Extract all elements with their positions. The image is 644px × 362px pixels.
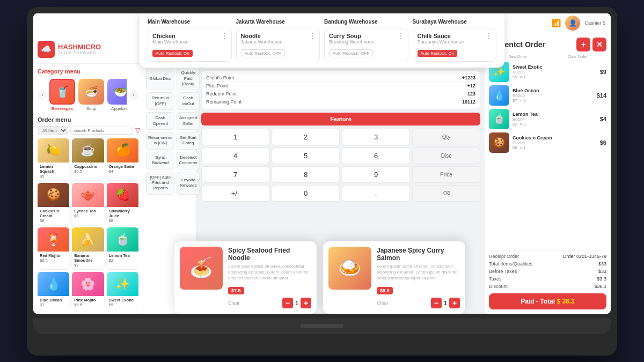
- clear-order-button[interactable]: ✕: [592, 38, 606, 51]
- feature-btn-sync[interactable]: Sync Backend: [146, 152, 174, 169]
- feature-btn-return[interactable]: Return is [OFF]: [146, 92, 174, 110]
- warehouse-surabaya: Surabaya Warehouse ⋮ Chilli Sauce Suraba…: [413, 19, 497, 62]
- feature-btn-cash-opened[interactable]: Cash Opened: [146, 112, 174, 130]
- product-card-banana[interactable]: 🍌 Banana Smoothie $7: [72, 227, 104, 269]
- category-label-appetizer: Appetizer: [111, 106, 127, 111]
- product-price-lemon-tea: $2: [109, 258, 136, 263]
- product-card-lemon-squash[interactable]: 🍋 Lemon Squash $5: [38, 138, 69, 180]
- order-item-detail-cookies: $6 × 1: [513, 145, 597, 150]
- order-item-cookies: 🍪 Cookies n Cream B0205 $6 × 1 $6: [489, 132, 606, 153]
- feature-btn-set-start[interactable]: Set Start Categ: [177, 132, 200, 150]
- food-clear-btn-curry[interactable]: Clear: [377, 300, 389, 306]
- category-label-beverages: Beverages: [52, 106, 73, 111]
- product-card-cookies[interactable]: 🍪 Cookies n Cream $6: [38, 183, 69, 225]
- product-card-strawberry[interactable]: 🍓 Strawberry Juice $8: [107, 183, 138, 225]
- order-items-list: ✨ Sweet Exotic B0201 $9 × 1 $9 💧 Bl: [489, 62, 606, 243]
- product-price-strawberry: $8: [109, 218, 136, 223]
- feature-btn-auto-print[interactable]: [OFF] Auto Print and Reports: [146, 172, 174, 195]
- feature-btn-recommend[interactable]: Recommend is [ON]: [146, 132, 174, 150]
- product-card-blue-ocean[interactable]: 💧 Blue Ocean $7: [38, 272, 69, 309]
- numpad-qty[interactable]: Qty: [412, 129, 480, 145]
- taxes-value: $3.3: [597, 276, 606, 282]
- numpad-9[interactable]: 9: [342, 166, 410, 183]
- warehouse-jakarta-more-icon[interactable]: ⋮: [309, 32, 316, 40]
- warehouse-jakarta-restock-btn[interactable]: Auto Restock: OFF: [241, 49, 285, 57]
- warehouse-surabaya-restock-btn[interactable]: Auto Restock: On: [418, 50, 458, 57]
- category-item-appetizer[interactable]: 🥗 Appetizer: [107, 79, 127, 111]
- numpad-disc[interactable]: Disc: [412, 147, 480, 164]
- product-img-orange-soda: 🍊: [107, 138, 138, 162]
- category-label-soup: Soup: [86, 106, 97, 111]
- numpad-price[interactable]: Price: [412, 166, 480, 183]
- paid-total-button[interactable]: Paid - Total $ 36.3: [489, 293, 606, 309]
- wifi-icon: 📶: [552, 19, 561, 27]
- product-price-lychee: $5: [74, 213, 101, 218]
- product-card-red-mojito[interactable]: 🍹 Red Mojito $6.5: [38, 227, 69, 269]
- numpad-plus-minus[interactable]: +/-: [201, 185, 269, 202]
- numpad-6[interactable]: 6: [342, 147, 410, 164]
- qty-minus-curry[interactable]: −: [431, 298, 442, 308]
- product-card-cappuccino[interactable]: ☕ Cappuccino $6.5: [72, 138, 104, 180]
- category-item-beverages[interactable]: 🥤 Beverages: [49, 79, 75, 111]
- order-item-code-lemon: B0204: [513, 117, 597, 122]
- numpad-7[interactable]: 7: [201, 166, 269, 183]
- warehouse-main-restock-btn[interactable]: Auto Restock: On: [152, 50, 193, 57]
- product-card-lemon-tea[interactable]: 🍵 Lemon Tea $2: [107, 227, 138, 269]
- numpad-dot[interactable]: .: [342, 185, 410, 202]
- numpad-1[interactable]: 1: [201, 129, 269, 145]
- product-name-lemon-tea: Lemon Tea: [109, 253, 136, 258]
- carousel-prev-arrow[interactable]: ‹: [38, 90, 47, 100]
- order-menu-filters: All Item ▽: [38, 126, 138, 135]
- carousel-next-arrow[interactable]: ›: [129, 90, 138, 100]
- product-img-lychee: 🫖: [72, 183, 104, 207]
- food-clear-btn-seafood[interactable]: Clear: [228, 300, 240, 306]
- warehouse-jakarta-card: ⋮ Noodle Jakarta Warehouse Auto Restock:…: [236, 28, 320, 62]
- product-img-red-mojito: 🍹: [38, 227, 69, 252]
- numpad-3[interactable]: 3: [342, 129, 410, 145]
- numpad-5[interactable]: 5: [272, 147, 340, 164]
- numpad-2[interactable]: 2: [272, 129, 340, 145]
- warehouse-main-more-icon[interactable]: ⋮: [221, 32, 228, 40]
- feature-btn-quickly-paid[interactable]: Quickly Paid [Bank]: [177, 67, 200, 90]
- logo-text-block: HASHMICRO THINK FORWARD: [58, 43, 101, 55]
- remaining-point-value: 10112: [462, 99, 475, 105]
- numpad-4[interactable]: 4: [201, 147, 269, 164]
- filter-icon[interactable]: ▽: [135, 127, 140, 134]
- new-order-button[interactable]: +: [576, 38, 590, 51]
- warehouse-bandung-more-icon[interactable]: ⋮: [397, 32, 405, 40]
- product-card-lychee[interactable]: 🫖 Lychee Tea $5: [72, 183, 104, 225]
- product-name-cookies: Cookies n Cream: [40, 209, 67, 218]
- product-card-orange-soda[interactable]: 🍊 Orange Soda $4: [107, 138, 138, 180]
- btn-labels: New Order Clear Order: [489, 55, 606, 58]
- filter-select[interactable]: All Item: [38, 126, 68, 135]
- feature-btn-cash-inout[interactable]: Cash In/Out: [177, 92, 200, 110]
- feature-btn-global-disc[interactable]: Global Disc: [146, 67, 174, 90]
- warehouse-bandung-restock-btn[interactable]: Auto Restock: OFF: [329, 49, 373, 57]
- order-item-img-blue: 💧: [489, 85, 509, 106]
- order-item-code-cookies: B0205: [513, 141, 597, 145]
- qty-plus-curry[interactable]: +: [449, 298, 460, 308]
- qty-plus-seafood[interactable]: +: [301, 298, 311, 308]
- warehouse-main-sub: Main Warehouse: [152, 39, 227, 45]
- category-menu-title: Category menu: [38, 68, 138, 75]
- order-menu-header: Order menu: [38, 116, 138, 123]
- product-card-pink-mojito[interactable]: 🌸 Pink Mojito $6.5: [72, 272, 104, 309]
- product-grid: 🍋 Lemon Squash $5 ☕ Cappuccino $6.5: [38, 138, 138, 309]
- before-taxes-label: Before Taxes: [489, 269, 517, 274]
- laptop-screen: Main Warehouse ⋮ Chicken Main Warehouse …: [33, 13, 611, 314]
- category-carousel: ‹ 🥤 Beverages 🍜: [38, 79, 138, 111]
- feature-button[interactable]: Feature: [201, 113, 480, 125]
- numpad-backspace[interactable]: ⌫: [412, 185, 480, 202]
- numpad-0[interactable]: 0: [272, 185, 340, 202]
- product-card-sweet-exotic[interactable]: ✨ Sweet Exotic $9: [107, 272, 138, 309]
- numpad-8[interactable]: 8: [272, 166, 340, 183]
- product-search-input[interactable]: [70, 127, 133, 135]
- qty-minus-seafood[interactable]: −: [282, 298, 293, 308]
- qty-num-seafood: 1: [295, 300, 298, 306]
- order-item-info-sweet: Sweet Exotic B0201 $9 × 1: [513, 64, 597, 79]
- category-item-soup[interactable]: 🍜 Soup: [78, 79, 104, 111]
- feature-btn-deselect[interactable]: Deselect Customer: [177, 152, 200, 169]
- feature-btn-loyalty[interactable]: Loyalty Rewards: [177, 172, 200, 195]
- warehouse-surabaya-more-icon[interactable]: ⋮: [485, 32, 493, 40]
- feature-btn-assigned-seller[interactable]: Assigned Seller: [177, 112, 200, 130]
